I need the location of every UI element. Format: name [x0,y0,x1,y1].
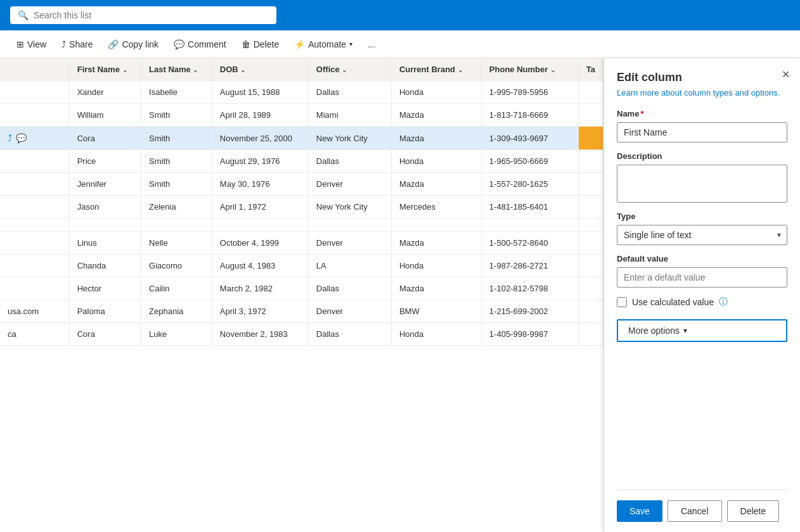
table-row[interactable]: ChandaGiacomoAugust 4, 1983LAHonda1-987-… [0,255,603,277]
table-row[interactable]: XanderIsabelleAugust 15, 1988DallasHonda… [0,81,603,104]
row-last: Isabelle [141,81,212,104]
table-row[interactable]: usa.comPalomaZephaniaApril 3, 1972Denver… [0,300,603,323]
row-ta [578,300,603,323]
row-left-col: usa.com [0,300,69,323]
row-phone: 1-813-718-6669 [481,104,578,127]
name-field-label: Name * [617,109,787,118]
row-dob: August 29, 1976 [212,150,308,173]
row-last: Smith [141,127,212,150]
col-header-first-name[interactable]: First Name ⌄ [69,58,141,81]
row-first: Linus [69,232,141,255]
col-header-last-name[interactable]: Last Name ⌄ [141,58,212,81]
toolbar-delete[interactable]: 🗑 Delete [235,35,285,53]
view-label: View [27,39,46,49]
row-first: Price [69,150,141,173]
toolbar-copy-link[interactable]: 🔗 Copy link [101,35,165,53]
col-header-brand[interactable]: Current Brand ⌄ [391,58,481,81]
row-last: Smith [141,173,212,196]
table-row[interactable]: LinusNelleOctober 4, 1999DenverMazda1-50… [0,232,603,255]
row-left-col [0,277,69,300]
table-row[interactable]: JenniferSmithMay 30, 1976DenverMazda1-55… [0,173,603,196]
automate-chevron: ▾ [349,41,352,48]
row-ta [578,127,603,150]
row-dob: May 30, 1976 [212,173,308,196]
panel-close-button[interactable]: ✕ [782,68,790,80]
table-row[interactable]: caCoraLukeNovember 2, 1983DallasHonda1-4… [0,323,603,346]
name-input[interactable] [617,122,787,142]
search-box[interactable]: 🔍 [10,6,276,24]
col-header-ta[interactable]: Ta [578,58,603,81]
col-header-office[interactable]: Office ⌄ [308,58,391,81]
toolbar-share[interactable]: ⤴ Share [55,35,99,53]
row-brand: Honda [391,255,481,277]
table-area: First Name ⌄ Last Name ⌄ DOB ⌄ Office ⌄ … [0,58,603,532]
row-ta [578,323,603,346]
panel-learn-more-link[interactable]: Learn more about column types and option… [617,88,787,98]
side-panel: ✕ Edit column Learn more about column ty… [603,58,800,532]
table-row[interactable]: JasonZeleniaApril 1, 1972New York CityMe… [0,196,603,218]
comment-icon: 💬 [174,39,184,49]
toolbar-comment[interactable]: 💬 Comment [167,35,233,53]
default-value-label: Default value [617,254,787,263]
row-first: Cora [69,127,141,150]
row-brand: Mazda [391,232,481,255]
type-select[interactable]: Single line of textNumberDateChoiceYes/N… [617,225,787,245]
save-button[interactable]: Save [617,500,662,522]
calculated-value-checkbox[interactable] [617,297,627,307]
toolbar-view[interactable]: ⊞ View [10,35,53,53]
row-dob: April 3, 1972 [212,300,308,323]
panel-footer: Save Cancel Delete [617,490,787,522]
panel-title: Edit column [617,71,787,84]
table-row[interactable] [0,218,603,232]
row-office: Denver [308,300,391,323]
row-brand: Honda [391,81,481,104]
table-row[interactable]: HectorCailinMarch 2, 1982DallasMazda1-10… [0,277,603,300]
default-value-input[interactable] [617,267,787,288]
row-brand: Honda [391,323,481,346]
row-phone: 1-481-185-6401 [481,196,578,218]
row-last: Luke [141,323,212,346]
row-phone: 1-965-950-6669 [481,150,578,173]
row-share-icon[interactable]: ⤴ [8,133,12,143]
table-row[interactable]: ⤴ 💬 CoraSmithNovember 25, 2000New York C… [0,127,603,150]
row-brand: Mazda [391,104,481,127]
row-office: Dallas [308,150,391,173]
row-ta [578,277,603,300]
row-office [308,218,391,232]
col-header-left [0,58,69,81]
copy-link-icon: 🔗 [108,39,119,49]
row-ta [578,173,603,196]
more-icon: ... [368,39,375,49]
panel-delete-button[interactable]: Delete [727,500,779,522]
row-phone [481,218,578,232]
cancel-button[interactable]: Cancel [668,500,722,522]
row-office: Denver [308,173,391,196]
row-last: Zelenia [141,196,212,218]
col-header-phone[interactable]: Phone Number ⌄ [481,58,578,81]
row-office: LA [308,255,391,277]
delete-icon: 🗑 [242,39,250,49]
description-textarea[interactable] [617,165,787,203]
table-row[interactable]: WilliamSmithApril 28, 1989MiamiMazda1-81… [0,104,603,127]
toolbar-more[interactable]: ... [361,35,382,53]
info-icon[interactable]: ⓘ [719,296,728,308]
row-left-col [0,150,69,173]
row-phone: 1-309-493-9697 [481,127,578,150]
search-input[interactable] [34,10,269,20]
row-office: Denver [308,232,391,255]
more-options-button[interactable]: More options ▾ [617,319,787,342]
row-left-col [0,173,69,196]
top-bar: 🔍 [0,0,800,30]
table-row[interactable]: PriceSmithAugust 29, 1976DallasHonda1-96… [0,150,603,173]
description-field-label: Description [617,151,787,161]
row-dob: August 4, 1983 [212,255,308,277]
row-left-col [0,218,69,232]
col-header-dob[interactable]: DOB ⌄ [212,58,308,81]
row-ta [578,232,603,255]
row-last: Zephania [141,300,212,323]
row-comment-icon[interactable]: 💬 [16,133,27,143]
row-first: Chanda [69,255,141,277]
row-last: Smith [141,150,212,173]
search-icon: 🔍 [18,10,29,20]
toolbar-automate[interactable]: ⚡ Automate ▾ [288,35,359,53]
